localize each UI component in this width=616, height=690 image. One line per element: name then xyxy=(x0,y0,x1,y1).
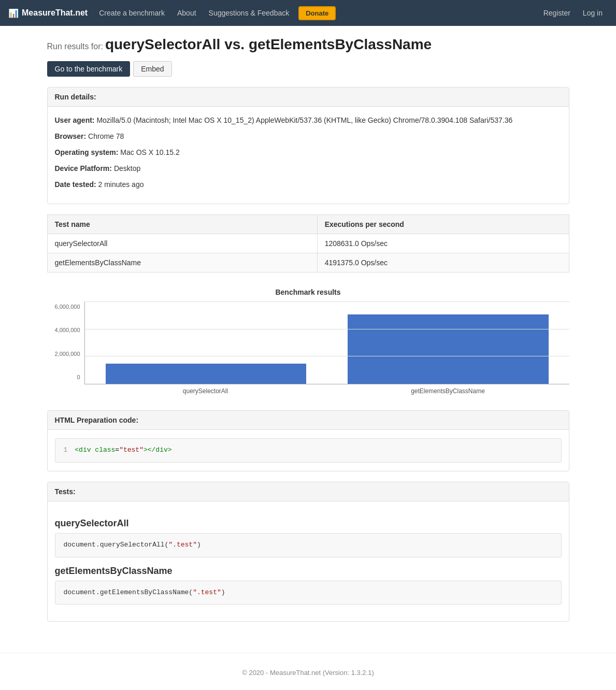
test-item-name: querySelectorAll xyxy=(55,518,562,529)
x-label-1: querySelectorAll xyxy=(84,384,327,395)
os-row: Operating system: Mac OS X 10.15.2 xyxy=(55,147,562,158)
run-details-card: Run details: User agent: Mozilla/5.0 (Ma… xyxy=(47,87,569,204)
bar-queryselectorall xyxy=(106,364,307,384)
y-label-4m: 4,000,000 xyxy=(55,327,80,333)
go-to-benchmark-button[interactable]: Go to the benchmark xyxy=(47,61,131,77)
code-tag-close: ></div> xyxy=(144,446,172,454)
y-label-6m: 6,000,000 xyxy=(55,304,80,310)
browser-label: Browser: xyxy=(55,132,87,140)
y-label-0: 0 xyxy=(77,374,80,380)
tests-header: Tests: xyxy=(48,482,569,501)
navbar: 📊 MeasureThat.net Create a benchmark Abo… xyxy=(0,0,616,26)
run-details-header: Run details: xyxy=(48,88,569,107)
table-row: querySelectorAll1208631.0 Ops/sec xyxy=(47,234,569,253)
donate-button[interactable]: Donate xyxy=(298,6,336,20)
cell-test-name: querySelectorAll xyxy=(47,234,317,253)
chart-bars-wrapper xyxy=(84,301,569,384)
bar-getelements xyxy=(348,314,549,384)
nav-register[interactable]: Register xyxy=(538,6,576,20)
bar-group-2 xyxy=(327,301,569,384)
test-item: querySelectorAlldocument.querySelectorAl… xyxy=(55,518,562,557)
test-item-code: document.querySelectorAll(".test") xyxy=(55,533,562,557)
footer: © 2020 - MeasureThat.net (Version: 1.3.2… xyxy=(0,653,616,687)
footer-text: © 2020 - MeasureThat.net (Version: 1.3.2… xyxy=(242,669,374,677)
run-details-body: User agent: Mozilla/5.0 (Macintosh; Inte… xyxy=(48,107,569,204)
y-label-2m: 2,000,000 xyxy=(55,351,80,357)
user-agent-label: User agent: xyxy=(55,116,95,124)
run-results-prefix: Run results for: xyxy=(47,42,103,51)
page-title-text: querySelectorAll vs. getElementsByClassN… xyxy=(105,36,432,52)
user-agent-value-text: Mozilla/5.0 (Macintosh; Intel Mac OS X 1… xyxy=(96,116,512,124)
device-label: Device Platform: xyxy=(55,164,112,172)
col-test-name: Test name xyxy=(47,215,317,234)
x-label-2: getElementsByClassName xyxy=(327,384,569,395)
os-value-text: Mac OS X 10.15.2 xyxy=(120,148,179,156)
nav-right: Register Log in xyxy=(538,6,608,20)
table-row: getElementsByClassName4191375.0 Ops/sec xyxy=(47,253,569,272)
tests-body: querySelectorAlldocument.querySelectorAl… xyxy=(48,501,569,622)
code-equals: = xyxy=(115,446,119,454)
brand-name: MeasureThat.net xyxy=(22,8,88,18)
html-prep-code: 1<div class="test"></div> xyxy=(55,438,562,463)
code-tag-open: <div xyxy=(75,446,95,454)
code-attr: class xyxy=(95,446,115,454)
cell-ops: 1208631.0 Ops/sec xyxy=(317,234,569,253)
browser-row: Browser: Chrome 78 xyxy=(55,131,562,142)
tests-card: Tests: querySelectorAlldocument.querySel… xyxy=(47,482,569,622)
device-row: Device Platform: Desktop xyxy=(55,163,562,174)
html-prep-card: HTML Preparation code: 1<div class="test… xyxy=(47,410,569,471)
chart-y-axis: 6,000,000 4,000,000 2,000,000 0 xyxy=(47,301,84,395)
table-header-row: Test name Executions per second xyxy=(47,215,569,234)
chart-title: Benchmark results xyxy=(47,288,569,296)
chart-bars-area: querySelectorAll getElementsByClassName xyxy=(84,301,569,395)
code-line-num: 1 xyxy=(64,446,68,454)
html-prep-header: HTML Preparation code: xyxy=(48,411,569,430)
nav-create-benchmark[interactable]: Create a benchmark xyxy=(94,6,170,20)
code-string: "test" xyxy=(119,446,144,454)
nav-about[interactable]: About xyxy=(172,6,202,20)
brand-icon: 📊 xyxy=(8,8,19,18)
action-buttons: Go to the benchmark Embed xyxy=(47,61,569,77)
test-item: getElementsByClassNamedocument.getElemen… xyxy=(55,566,562,605)
chart-x-labels: querySelectorAll getElementsByClassName xyxy=(84,384,569,395)
date-label: Date tested: xyxy=(55,180,96,189)
main-content: Run results for: querySelectorAll vs. ge… xyxy=(39,26,578,642)
benchmark-chart: Benchmark results 6,000,000 4,000,000 2,… xyxy=(47,283,569,400)
date-row: Date tested: 2 minutes ago xyxy=(55,179,562,190)
test-item-name: getElementsByClassName xyxy=(55,566,562,577)
cell-test-name: getElementsByClassName xyxy=(47,253,317,272)
device-value-text: Desktop xyxy=(114,164,140,172)
results-table: Test name Executions per second querySel… xyxy=(47,214,569,272)
nav-login[interactable]: Log in xyxy=(578,6,608,20)
test-item-code: document.getElementsByClassName(".test") xyxy=(55,581,562,605)
cell-ops: 4191375.0 Ops/sec xyxy=(317,253,569,272)
embed-button[interactable]: Embed xyxy=(133,61,171,77)
bar-group-1 xyxy=(85,301,327,384)
date-value-text: 2 minutes ago xyxy=(98,180,144,189)
page-heading: Run results for: querySelectorAll vs. ge… xyxy=(47,36,569,53)
brand-link[interactable]: 📊 MeasureThat.net xyxy=(8,8,88,18)
nav-suggestions[interactable]: Suggestions & Feedback xyxy=(204,6,295,20)
html-prep-body: 1<div class="test"></div> xyxy=(48,430,569,471)
os-label: Operating system: xyxy=(55,148,119,156)
browser-value-text: Chrome 78 xyxy=(88,132,124,140)
user-agent-row: User agent: Mozilla/5.0 (Macintosh; Inte… xyxy=(55,115,562,126)
col-executions: Executions per second xyxy=(317,215,569,234)
